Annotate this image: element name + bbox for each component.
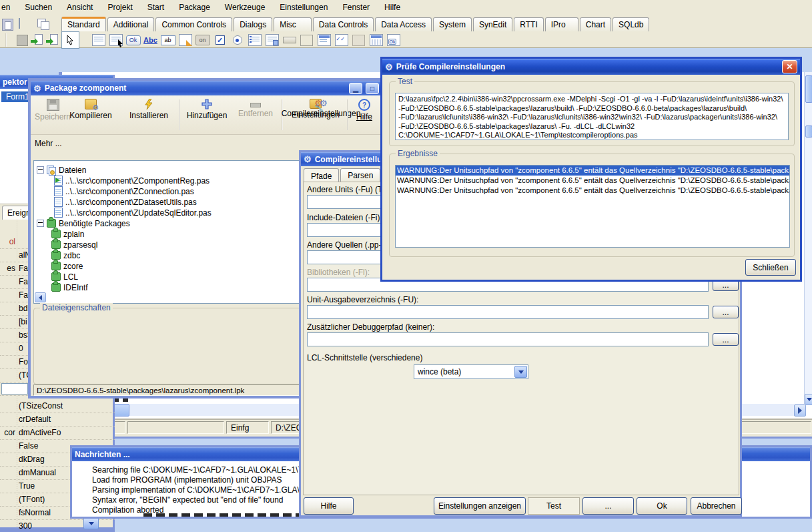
tab-common-controls[interactable]: Common Controls — [155, 17, 232, 31]
compile-button[interactable]: ⚙ Kompilieren — [64, 95, 117, 120]
collapse-icon[interactable] — [37, 166, 44, 174]
message-line[interactable]: Parsing implementation of C:\DOKUME~1\CA… — [92, 485, 331, 495]
test-button[interactable]: Test — [528, 497, 580, 515]
minimize-button[interactable]: ▁ — [349, 83, 362, 94]
tab-sqldb[interactable]: SQLdb — [613, 17, 649, 31]
unit-output-input[interactable] — [307, 305, 709, 319]
menu-item-projekt[interactable]: Projekt — [100, 0, 139, 16]
memo-icon[interactable] — [177, 33, 193, 47]
tab-chart[interactable]: Chart — [580, 17, 611, 31]
pagecontrol-icon[interactable] — [368, 33, 384, 47]
listbox-icon[interactable] — [247, 33, 262, 47]
cancel-button[interactable]: Abbrechen — [691, 497, 742, 515]
more-label[interactable]: Mehr ... — [35, 139, 62, 148]
step-into-icon[interactable] — [31, 34, 42, 45]
tree-node-package[interactable]: LCL — [51, 272, 78, 282]
remove-button[interactable]: Entfernen — [234, 95, 278, 118]
scroll-right-button[interactable] — [794, 405, 806, 417]
package-titlebar[interactable]: ⚙ Package zcomponent ▁ □ — [31, 81, 382, 95]
menu-item-datei[interactable]: en — [0, 0, 17, 16]
radiobutton-icon[interactable] — [230, 33, 245, 47]
tree-node-package[interactable]: zdbc — [51, 250, 80, 260]
tree-node-files[interactable]: Dateien — [37, 165, 86, 175]
tree-scroll-left-button[interactable] — [35, 292, 46, 302]
property-row[interactable]: cordmActiveFo — [0, 426, 115, 440]
stop-icon[interactable] — [17, 35, 28, 46]
actionlist-icon[interactable]: Ok — [386, 33, 401, 47]
close-icon[interactable]: ✕ — [782, 60, 797, 73]
property-edit-cell[interactable] — [1, 383, 28, 394]
selection-tool-button[interactable] — [61, 31, 79, 49]
message-line[interactable]: Load from PROGRAM (implementation) unit … — [92, 475, 282, 485]
tab-additional[interactable]: Additional — [107, 17, 155, 31]
togglebox-icon[interactable]: on — [195, 33, 210, 47]
show-options-button[interactable]: Einstellungen anzeigen — [434, 497, 526, 515]
tree-node-package[interactable]: IDEIntf — [51, 282, 88, 292]
paste-icon[interactable] — [2, 19, 13, 31]
message-line[interactable]: Syntax error, "BEGIN" expected but "end … — [92, 495, 284, 505]
menu-item-package[interactable]: Package — [171, 0, 218, 16]
menu-item-hilfe[interactable]: Hilfe — [377, 0, 408, 16]
tab-misc[interactable]: Misc — [274, 17, 312, 31]
tab-data-controls[interactable]: Data Controls — [313, 17, 374, 31]
results-list[interactable]: WARNUNG:Der Unitsuchpfad von "zcomponent… — [395, 165, 790, 248]
tree-node-file[interactable]: ..\..\src\component\ZUpdateSqlEditor.pas — [54, 208, 212, 218]
property-row[interactable]: (TSizeConst — [0, 399, 115, 413]
button-icon[interactable]: Ok — [125, 33, 141, 47]
message-line[interactable]: Searching file C:\DOKUME~1\CAFD7~1.GLA\L… — [92, 465, 326, 475]
tab-standard[interactable]: Standard — [61, 17, 106, 31]
mainmenu-icon[interactable] — [91, 33, 106, 47]
help-button[interactable]: Hilfe — [304, 497, 354, 515]
combobox-icon[interactable] — [264, 33, 280, 47]
tree-node-required-packages[interactable]: Benötigte Packages — [37, 218, 130, 228]
add-button[interactable]: Hinzufügen — [183, 95, 231, 120]
maximize-button[interactable]: □ — [366, 83, 379, 94]
check-dialog-titlebar[interactable]: ⚙ Prüfe Compilereinstellungen ✕ — [382, 59, 800, 75]
radiogroup-icon[interactable] — [316, 33, 332, 47]
warning-item[interactable]: WARNUNG:Der Unitsuchpfad von "zcomponent… — [396, 176, 789, 186]
tab-pfade[interactable]: Pfade — [304, 168, 339, 183]
property-row[interactable]: crDefault — [0, 413, 115, 427]
help-button[interactable]: ? Hilfe — [350, 95, 379, 121]
lcl-interface-combo[interactable]: wince (beta) — [414, 364, 528, 379]
warning-item[interactable]: WARNUNG:Der Unitsuchpfad von "zcomponent… — [396, 186, 789, 196]
checkgroup-icon[interactable]: ✓✓ — [334, 33, 349, 47]
tab-dialogs[interactable]: Dialogs — [234, 17, 272, 31]
browse-debugger-path-button[interactable]: ... — [713, 333, 739, 346]
tab-ipro[interactable]: IPro — [545, 17, 578, 31]
menu-item-werkzeuge[interactable]: Werkzeuge — [218, 0, 272, 16]
scroll-down-button[interactable] — [805, 394, 812, 405]
menu-item-einstellungen[interactable]: Einstellungen — [272, 0, 335, 16]
debugger-path-input[interactable] — [307, 332, 709, 346]
warning-item-selected[interactable]: WARNUNG:Der Unitsuchpfad von "zcomponent… — [396, 166, 789, 176]
step-over-icon[interactable] — [47, 34, 57, 45]
scrollbar-thumb[interactable] — [805, 75, 812, 103]
property-dropdown-button[interactable] — [83, 517, 99, 529]
ok-button[interactable]: Ok — [637, 497, 687, 515]
edit-icon[interactable]: ab — [160, 33, 175, 47]
install-button[interactable]: Installieren — [123, 95, 175, 120]
close-button[interactable]: Schließen — [745, 259, 796, 276]
tree-node-file[interactable]: ..\..\src\component\ZDatasetUtils.pas — [54, 197, 197, 207]
view-forms-icon[interactable] — [19, 18, 20, 29]
tree-node-file[interactable]: ..\..\src\component\ZComponentReg.pas — [54, 176, 210, 186]
editor-vertical-scrollbar[interactable] — [804, 72, 812, 404]
checkbox-icon[interactable]: ✓ — [212, 33, 228, 47]
menu-item-fenster[interactable]: Fenster — [335, 0, 377, 16]
tree-node-package[interactable]: zplain — [51, 229, 84, 239]
menu-item-suchen[interactable]: Suchen — [17, 0, 59, 16]
more-button[interactable]: ... — [582, 497, 634, 515]
browse-unit-output-button[interactable]: ... — [713, 306, 739, 318]
tree-node-file[interactable]: ..\..\src\component\ZConnection.pas — [54, 186, 194, 196]
menu-item-ansicht[interactable]: Ansicht — [59, 0, 100, 16]
label-icon[interactable]: Abc — [143, 33, 158, 47]
combo-dropdown-button[interactable] — [514, 366, 527, 378]
tab-synedit[interactable]: SynEdit — [473, 17, 512, 31]
popupmenu-icon[interactable] — [108, 33, 123, 47]
tree-node-package[interactable]: zcore — [51, 261, 83, 271]
tab-rtti[interactable]: RTTI — [514, 17, 543, 31]
tree-node-package[interactable]: zparsesql — [51, 240, 97, 250]
collapse-icon[interactable] — [37, 220, 44, 227]
menu-item-start[interactable]: Start — [140, 0, 171, 16]
scrollbar-icon[interactable] — [282, 33, 297, 47]
